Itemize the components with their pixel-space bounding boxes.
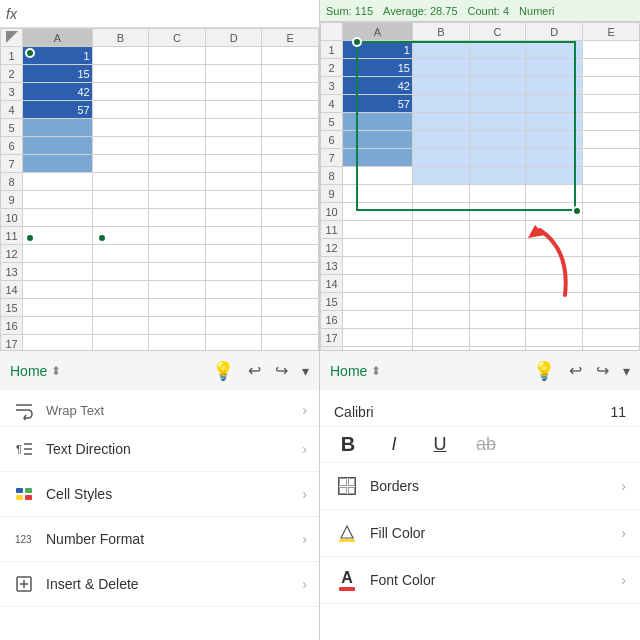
undo-icon-left[interactable]: ↩: [248, 361, 261, 380]
right-cell-9-2[interactable]: [469, 185, 526, 203]
cell-3-3[interactable]: [205, 83, 262, 101]
right-cell-12-2[interactable]: [469, 239, 526, 257]
cell-14-1[interactable]: [92, 281, 149, 299]
cell-8-4[interactable]: [262, 173, 319, 191]
right-cell-11-0[interactable]: [343, 221, 413, 239]
right-cell-4-3[interactable]: [526, 95, 583, 113]
right-cell-16-1[interactable]: [412, 311, 469, 329]
right-cell-11-1[interactable]: [412, 221, 469, 239]
right-cell-10-1[interactable]: [412, 203, 469, 221]
right-cell-9-4[interactable]: [583, 185, 640, 203]
cell-4-3[interactable]: [205, 101, 262, 119]
cell-17-0[interactable]: [23, 335, 93, 351]
cell-13-1[interactable]: [92, 263, 149, 281]
right-cell-15-3[interactable]: [526, 293, 583, 311]
cell-6-4[interactable]: [262, 137, 319, 155]
undo-icon-right[interactable]: ↩: [569, 361, 582, 380]
handle-top-left[interactable]: [25, 48, 35, 58]
home-button-right[interactable]: Home ⬍: [330, 363, 381, 379]
right-cell-3-2[interactable]: [469, 77, 526, 95]
cell-1-3[interactable]: [205, 47, 262, 65]
right-cell-2-3[interactable]: [526, 59, 583, 77]
right-cell-14-1[interactable]: [412, 275, 469, 293]
right-cell-14-0[interactable]: [343, 275, 413, 293]
cell-11-3[interactable]: [205, 227, 262, 245]
cell-3-4[interactable]: [262, 83, 319, 101]
idea-icon-right[interactable]: 💡: [533, 360, 555, 382]
cell-12-1[interactable]: [92, 245, 149, 263]
right-cell-1-3[interactable]: [526, 41, 583, 59]
right-cell-4-4[interactable]: [583, 95, 640, 113]
cell-17-4[interactable]: [262, 335, 319, 351]
cell-4-2[interactable]: [149, 101, 206, 119]
cell-14-0[interactable]: [23, 281, 93, 299]
cell-9-2[interactable]: [149, 191, 206, 209]
cell-5-2[interactable]: [149, 119, 206, 137]
cell-13-4[interactable]: [262, 263, 319, 281]
right-cell-1-4[interactable]: [583, 41, 640, 59]
handle-bottom-left[interactable]: [25, 233, 35, 243]
cell-10-0[interactable]: [23, 209, 93, 227]
right-cell-16-3[interactable]: [526, 311, 583, 329]
redo-icon-left[interactable]: ↪: [275, 361, 288, 380]
cell-6-1[interactable]: [92, 137, 149, 155]
cell-1-2[interactable]: [149, 47, 206, 65]
right-cell-6-2[interactable]: [469, 131, 526, 149]
left-grid-container[interactable]: A B C D E 112153424575678910111213141516…: [0, 28, 319, 350]
right-handle-bottom-right[interactable]: [572, 206, 582, 216]
cell-16-2[interactable]: [149, 317, 206, 335]
cell-14-2[interactable]: [149, 281, 206, 299]
right-cell-11-2[interactable]: [469, 221, 526, 239]
italic-button[interactable]: I: [380, 434, 408, 455]
handle-bottom-right[interactable]: [97, 233, 107, 243]
cell-15-0[interactable]: [23, 299, 93, 317]
right-cell-14-4[interactable]: [583, 275, 640, 293]
menu-item-fill-color[interactable]: Fill Color ›: [320, 510, 640, 557]
cell-4-0[interactable]: 57: [23, 101, 93, 119]
cell-1-4[interactable]: [262, 47, 319, 65]
menu-item-insert-delete[interactable]: Insert & Delete ›: [0, 562, 319, 607]
right-cell-5-1[interactable]: [412, 113, 469, 131]
cell-9-4[interactable]: [262, 191, 319, 209]
menu-item-text-direction[interactable]: ¶ Text Direction ›: [0, 427, 319, 472]
cell-6-0[interactable]: [23, 137, 93, 155]
right-cell-5-2[interactable]: [469, 113, 526, 131]
right-cell-15-0[interactable]: [343, 293, 413, 311]
right-cell-6-1[interactable]: [412, 131, 469, 149]
cell-17-3[interactable]: [205, 335, 262, 351]
cell-15-2[interactable]: [149, 299, 206, 317]
cell-2-3[interactable]: [205, 65, 262, 83]
right-cell-4-1[interactable]: [412, 95, 469, 113]
cell-4-1[interactable]: [92, 101, 149, 119]
right-cell-13-3[interactable]: [526, 257, 583, 275]
right-cell-5-3[interactable]: [526, 113, 583, 131]
cell-16-4[interactable]: [262, 317, 319, 335]
cell-10-2[interactable]: [149, 209, 206, 227]
cell-3-2[interactable]: [149, 83, 206, 101]
right-cell-5-0[interactable]: [343, 113, 413, 131]
cell-6-2[interactable]: [149, 137, 206, 155]
font-size-label[interactable]: 11: [610, 404, 626, 420]
cell-9-1[interactable]: [92, 191, 149, 209]
right-cell-13-1[interactable]: [412, 257, 469, 275]
cell-8-1[interactable]: [92, 173, 149, 191]
cell-16-0[interactable]: [23, 317, 93, 335]
bold-button[interactable]: B: [334, 433, 362, 456]
cell-5-0[interactable]: [23, 119, 93, 137]
right-cell-6-0[interactable]: [343, 131, 413, 149]
right-cell-13-2[interactable]: [469, 257, 526, 275]
cell-10-4[interactable]: [262, 209, 319, 227]
cell-16-3[interactable]: [205, 317, 262, 335]
cell-12-4[interactable]: [262, 245, 319, 263]
cell-12-2[interactable]: [149, 245, 206, 263]
right-grid-container[interactable]: A B C D E 112153424575678910111213141516…: [320, 22, 640, 350]
right-cell-1-2[interactable]: [469, 41, 526, 59]
cell-5-4[interactable]: [262, 119, 319, 137]
cell-10-3[interactable]: [205, 209, 262, 227]
right-cell-3-0[interactable]: 42: [343, 77, 413, 95]
right-cell-14-3[interactable]: [526, 275, 583, 293]
cell-10-1[interactable]: [92, 209, 149, 227]
right-cell-12-0[interactable]: [343, 239, 413, 257]
right-cell-6-3[interactable]: [526, 131, 583, 149]
menu-item-borders[interactable]: Borders ›: [320, 463, 640, 510]
